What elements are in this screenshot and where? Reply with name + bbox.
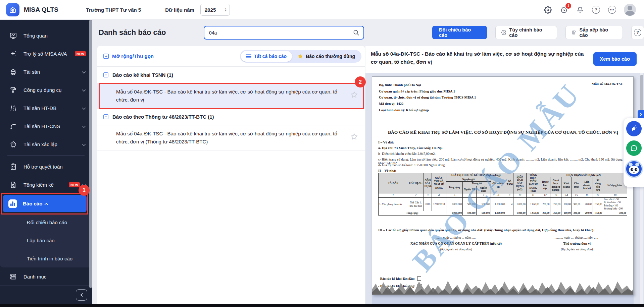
organization-name[interactable]: Trường THPT Tư vấn 5 — [86, 7, 141, 13]
floating-assistant-panel — [624, 118, 644, 187]
header-help-button[interactable]: ? — [631, 26, 644, 39]
sidebar-label: Tổng kiểm kê — [23, 182, 66, 188]
sidebar-item-cong-cu[interactable]: Công cụ dụng cụ — [0, 81, 92, 99]
paint-roller-icon — [9, 86, 17, 94]
view-report-button[interactable]: Xem báo cáo — [593, 52, 637, 66]
sidebar-label: Báo cáo — [23, 201, 42, 206]
sidebar-item-tai-san-xac-lap[interactable]: Tài sản xác lập — [0, 135, 92, 153]
submenu-lap-bao-cao[interactable]: Lập báo cáo — [0, 231, 92, 249]
year-spinner-icon[interactable]: ▲▼ — [225, 8, 227, 12]
table-total-row: Tổng cộng: 1.000.000 500.000 500.000 1.0… — [379, 211, 627, 215]
notifications-bell-icon[interactable] — [576, 5, 584, 14]
announcement-megaphone-button[interactable] — [626, 121, 642, 136]
panel-expand-tab[interactable] — [638, 110, 644, 119]
sidebar-item-ho-tro-quyet-toan[interactable]: Hỗ trợ quyết toán — [0, 158, 92, 176]
plus-square-icon — [103, 54, 109, 59]
signature-left-block: ......, ngày ... tháng ... năm ..... XÁC… — [392, 236, 520, 251]
tab-all-reports[interactable]: Tất cả báo cáo — [241, 51, 292, 62]
expand-collapse-toggle[interactable]: Mở rộng/Thu gọn — [103, 53, 154, 59]
sidebar-item-tro-ly-ava[interactable]: Trợ lý số MISA AVA NEW — [0, 45, 92, 63]
table-data-row: 1- Văn phòng làm việc Nhà Cấp 1, nhà đặc… — [379, 197, 627, 211]
document-check-icon — [9, 181, 17, 189]
asset-icon — [9, 68, 17, 76]
report-item-text: Mẫu số 04a-ĐK-TSC - Báo cáo kê khai trụ … — [116, 131, 337, 144]
submenu-tien-trinh-in-bao-cao[interactable]: Tiến trình in báo cáo — [0, 249, 92, 267]
chevron-down-icon — [82, 87, 86, 93]
window-bottom-edge — [0, 304, 644, 307]
report-detail-header: Mẫu số 04a-ĐK-TSC - Báo cáo kê khai trụ … — [365, 46, 644, 73]
sidebar-label: Trợ lý số MISA AVA — [23, 51, 72, 57]
catalog-list-icon — [9, 273, 17, 281]
more-options-icon[interactable]: ••• — [608, 5, 616, 14]
annotation-step2: 2 — [355, 76, 366, 87]
sidebar-item-tong-quan[interactable]: Tổng quan — [0, 26, 92, 45]
support-chat-button[interactable] — [626, 140, 642, 156]
sidebar-label: Tổng quan — [23, 33, 86, 39]
app-window: MISA QLTS Trường THPT Tư vấn 5 Dữ liệu n… — [0, 0, 644, 307]
history-badge: 1 — [565, 3, 571, 9]
meta-line: Loại hình đơn vị: Khối sự nghiệp — [379, 107, 476, 114]
report-preview-page: Bộ, tỉnh: Thành phố Hà Nội Cơ quan quản … — [372, 76, 634, 295]
sidebar-item-tong-kiem-ke[interactable]: Tổng kiểm kê NEW — [0, 176, 92, 194]
gear-icon — [501, 30, 506, 35]
settings-gear-icon[interactable] — [543, 5, 552, 14]
meta-line: Cơ quan quản lý cấp trên: Phòng giáo dục… — [379, 88, 476, 95]
top-bar: MISA QLTS Trường THPT Tư vấn 5 Dữ liệu n… — [0, 0, 644, 20]
data-year-label: Dữ liệu năm — [165, 7, 194, 13]
report-list-panel: Mở rộng/Thu gọn Tất cả báo cáo Báo cáo t… — [97, 46, 365, 304]
sidebar-item-tai-san[interactable]: Tài sản — [0, 63, 92, 81]
user-avatar[interactable] — [624, 4, 636, 16]
sidebar-collapse-button[interactable] — [76, 289, 87, 301]
report-meta-block: Bộ, tỉnh: Thành phố Hà Nội Cơ quan quản … — [379, 82, 476, 113]
tab-favorite-reports[interactable]: Báo cáo thường dùng — [292, 51, 360, 62]
sidebar-scrollbar[interactable] — [89, 20, 92, 288]
minus-square-icon — [103, 114, 108, 119]
arrange-icon — [571, 30, 577, 35]
star-icon — [297, 54, 303, 59]
report-item-04a-dk-tsc[interactable]: Mẫu số 04a-ĐK-TSC - Báo cáo kê khai trụ … — [97, 83, 365, 109]
clipboard-checklist-icon — [9, 163, 17, 171]
sidebar-item-bao-cao-wrap: Báo cáo — [0, 194, 92, 213]
sidebar-nav: Tổng quan Trợ lý số MISA AVA NEW Tài sản… — [0, 20, 92, 304]
year-value: 2025 — [205, 7, 225, 13]
group-title: Báo cáo theo Thông tư 48/2023/TT-BTC (1) — [112, 114, 214, 120]
sort-reports-button[interactable]: Sắp xếp báo cáo — [565, 26, 623, 39]
search-icon[interactable] — [353, 29, 363, 36]
sidebar-item-tai-san-ht-db[interactable]: Tài sản HT-ĐB — [0, 99, 92, 117]
history-clock-icon[interactable]: 1 — [559, 5, 568, 14]
sidebar-item-bao-cao[interactable]: Báo cáo — [3, 195, 87, 212]
sidebar-label: Tài sản HT-ĐB — [23, 105, 80, 111]
torn-edge-decoration — [372, 278, 634, 295]
tab-favorite-label: Báo cáo thường dùng — [306, 54, 355, 59]
report-search-box[interactable] — [204, 26, 364, 40]
road-icon — [9, 104, 17, 112]
group-header-tsnn[interactable]: Báo cáo kê khai TSNN (1) — [97, 67, 365, 83]
sidebar-item-danh-muc[interactable]: Danh mục — [0, 267, 92, 286]
year-selector[interactable]: 2025 ▲▼ — [200, 4, 230, 16]
group-header-tt48[interactable]: Báo cáo theo Thông tư 48/2023/TT-BTC (1) — [97, 109, 365, 125]
annotation-step1: 1 — [79, 185, 90, 196]
sparkle-icon — [9, 50, 17, 58]
chevron-down-icon — [82, 105, 86, 111]
meta-line: Mã đơn vị: 1422 — [379, 101, 476, 107]
meta-line: Cơ quan, tổ chức, đơn vị sử dụng tài sản… — [379, 95, 476, 101]
report-search-input[interactable] — [204, 30, 353, 36]
ava-assistant-button[interactable] — [626, 161, 642, 177]
report-item-04a-dk-tsc-tt48[interactable]: Mẫu số 04a-ĐK-TSC - Báo cáo kê khai trụ … — [97, 125, 365, 150]
favorite-star-icon[interactable] — [350, 91, 358, 101]
customize-reports-button[interactable]: Tùy chỉnh báo cáo — [495, 26, 557, 39]
favorite-star-icon[interactable] — [350, 133, 358, 143]
customize-label: Tùy chỉnh báo cáo — [509, 27, 551, 38]
sidebar-item-tai-san-ht-cns[interactable]: Tài sản HT-CNS — [0, 117, 92, 135]
help-icon[interactable]: ? — [592, 5, 600, 14]
sidebar-label: Tài sản xác lập — [23, 141, 80, 147]
submenu-doi-chieu-bao-cao[interactable]: Đối chiếu báo cáo — [0, 213, 92, 231]
chevron-down-icon — [82, 69, 86, 75]
column-number-row: 12 34 56 78 910 1112 1314 1516 1718 — [379, 193, 627, 197]
report-chart-icon — [8, 199, 17, 208]
tab-all-label: Tất cả báo cáo — [254, 54, 287, 59]
compare-reports-button[interactable]: Đối chiếu báo cáo — [432, 26, 487, 39]
chevron-down-icon — [82, 123, 86, 129]
form-number: Mẫu số 04a-ĐK/TSC — [592, 82, 623, 86]
misa-logo-icon[interactable] — [6, 3, 19, 16]
